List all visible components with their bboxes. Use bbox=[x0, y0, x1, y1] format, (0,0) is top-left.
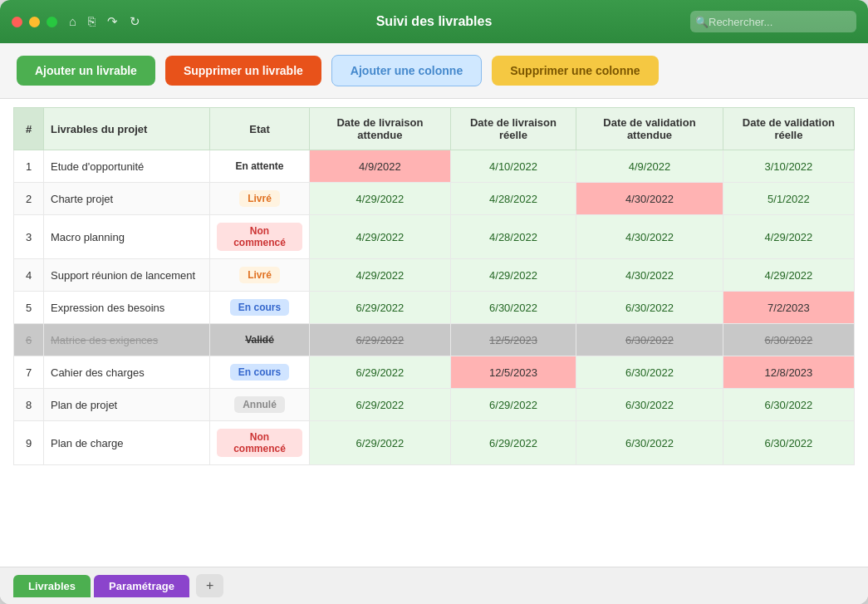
date-cell: 12/8/2023 bbox=[723, 356, 854, 389]
date-value: 6/29/2022 bbox=[356, 399, 404, 411]
date-cell: 4/30/2022 bbox=[576, 215, 723, 259]
row-num: 5 bbox=[14, 292, 44, 324]
date-cell: 4/29/2022 bbox=[310, 183, 451, 215]
date-value: 4/29/2022 bbox=[489, 269, 537, 282]
date-cell: 6/30/2022 bbox=[723, 324, 854, 356]
date-cell: 4/30/2022 bbox=[576, 183, 723, 215]
date-value: 12/8/2023 bbox=[764, 366, 812, 379]
row-livrable-name: Macro planning bbox=[44, 215, 210, 259]
status-badge: Livré bbox=[239, 267, 280, 283]
table-row: 8Plan de projetAnnulé6/29/20226/29/20226… bbox=[14, 389, 855, 421]
status-badge: Non commencé bbox=[217, 429, 302, 457]
date-cell: 5/1/2022 bbox=[723, 183, 854, 215]
date-cell: 7/2/2023 bbox=[723, 292, 854, 324]
date-value: 6/29/2022 bbox=[356, 366, 404, 379]
status-badge: En cours bbox=[230, 364, 289, 381]
livrable-name-text: Etude d'opportunité bbox=[51, 160, 144, 173]
home-icon[interactable]: ⌂ bbox=[69, 14, 76, 29]
row-num: 7 bbox=[14, 356, 44, 389]
table-header-row: # Livrables du projet Etat Date de livra… bbox=[14, 108, 855, 150]
date-cell: 6/29/2022 bbox=[310, 292, 451, 324]
date-cell: 6/30/2022 bbox=[576, 421, 723, 465]
date-cell: 6/30/2022 bbox=[576, 292, 723, 324]
del-col-button[interactable]: Supprimer une colonne bbox=[492, 56, 658, 86]
row-num: 4 bbox=[14, 259, 44, 292]
date-cell: 4/29/2022 bbox=[723, 259, 854, 292]
traffic-lights bbox=[12, 17, 57, 27]
row-livrable-name: Plan de charge bbox=[44, 421, 210, 465]
col-d2: Date de livraison réelle bbox=[450, 108, 576, 150]
col-name: Livrables du projet bbox=[44, 108, 210, 150]
livrable-name-text: Macro planning bbox=[51, 231, 125, 243]
table-row: 6Matrice des exigencesValidé6/29/202212/… bbox=[14, 324, 855, 356]
livrable-name-text: Matrice des exigences bbox=[51, 334, 158, 346]
add-col-button[interactable]: Ajouter une colonne bbox=[331, 55, 482, 86]
date-value: 4/29/2022 bbox=[356, 231, 404, 243]
row-num: 3 bbox=[14, 215, 44, 259]
row-livrable-name: Support réunion de lancement bbox=[44, 259, 210, 292]
date-cell: 6/30/2022 bbox=[723, 389, 854, 421]
table-row: 1Etude d'opportunitéEn attente4/9/20224/… bbox=[14, 150, 855, 183]
maximize-button[interactable] bbox=[47, 17, 57, 27]
status-badge: Annulé bbox=[234, 396, 285, 413]
livrable-name-text: Plan de charge bbox=[51, 437, 123, 449]
forward-icon[interactable]: ↷ bbox=[107, 14, 118, 29]
tab-parametrage[interactable]: Paramétrage bbox=[94, 575, 189, 597]
add-livrable-button[interactable]: Ajouter un livrable bbox=[17, 56, 155, 86]
row-num: 1 bbox=[14, 150, 44, 183]
livrable-name-text: Plan de projet bbox=[51, 399, 117, 411]
date-value: 4/30/2022 bbox=[625, 231, 674, 243]
date-cell: 4/9/2022 bbox=[310, 150, 451, 183]
row-number: 1 bbox=[26, 160, 32, 173]
date-value: 4/29/2022 bbox=[764, 231, 812, 243]
status-badge: Livré bbox=[239, 190, 280, 207]
livrable-name-text: Support réunion de lancement bbox=[51, 269, 195, 282]
date-value: 4/29/2022 bbox=[764, 269, 812, 282]
row-status: En cours bbox=[210, 292, 310, 324]
date-cell: 6/30/2022 bbox=[576, 356, 723, 389]
row-status: Livré bbox=[210, 183, 310, 215]
status-badge: Validé bbox=[237, 331, 282, 348]
row-livrable-name: Matrice des exigences bbox=[44, 324, 210, 356]
date-cell: 6/29/2022 bbox=[310, 324, 451, 356]
date-cell: 6/29/2022 bbox=[450, 421, 576, 465]
date-value: 5/1/2022 bbox=[767, 193, 810, 205]
row-livrable-name: Expression des besoins bbox=[44, 292, 210, 324]
minimize-button[interactable] bbox=[29, 17, 40, 27]
date-cell: 6/29/2022 bbox=[310, 421, 451, 465]
bookmark-icon[interactable]: ⎘ bbox=[88, 14, 96, 29]
row-num: 8 bbox=[14, 389, 44, 421]
tab-livrables[interactable]: Livrables bbox=[13, 575, 91, 597]
add-tab-button[interactable]: + bbox=[196, 574, 223, 597]
date-cell: 12/5/2023 bbox=[450, 324, 576, 356]
titlebar: ⌂ ⎘ ↷ ↻ Suivi des livrables 🔍 bbox=[0, 0, 868, 43]
date-value: 4/9/2022 bbox=[359, 160, 401, 173]
row-status: Non commencé bbox=[210, 421, 310, 465]
livrable-name-text: Charte projet bbox=[51, 193, 113, 205]
table-row: 3Macro planningNon commencé4/29/20224/28… bbox=[14, 215, 855, 259]
row-status: Non commencé bbox=[210, 215, 310, 259]
date-cell: 6/29/2022 bbox=[310, 389, 451, 421]
date-value: 6/30/2022 bbox=[489, 302, 537, 314]
date-value: 6/29/2022 bbox=[489, 437, 537, 449]
date-value: 3/10/2022 bbox=[764, 160, 812, 173]
del-livrable-button[interactable]: Supprimer un livrable bbox=[165, 56, 321, 86]
row-livrable-name: Charte projet bbox=[44, 183, 210, 215]
refresh-icon[interactable]: ↻ bbox=[130, 14, 140, 29]
row-num: 2 bbox=[14, 183, 44, 215]
table-row: 9Plan de chargeNon commencé6/29/20226/29… bbox=[14, 421, 855, 465]
date-value: 6/30/2022 bbox=[625, 399, 674, 411]
date-value: 6/30/2022 bbox=[764, 399, 812, 411]
bottombar: Livrables Paramétrage + bbox=[0, 567, 868, 604]
date-cell: 4/10/2022 bbox=[450, 150, 576, 183]
table-row: 5Expression des besoinsEn cours6/29/2022… bbox=[14, 292, 855, 324]
date-cell: 4/9/2022 bbox=[576, 150, 723, 183]
search-input[interactable] bbox=[690, 11, 856, 32]
date-cell: 4/29/2022 bbox=[450, 259, 576, 292]
date-cell: 4/28/2022 bbox=[450, 215, 576, 259]
date-value: 4/30/2022 bbox=[625, 269, 674, 282]
col-d4: Date de validation réelle bbox=[723, 108, 854, 150]
close-button[interactable] bbox=[12, 17, 22, 27]
date-value: 6/29/2022 bbox=[356, 437, 404, 449]
date-value: 4/9/2022 bbox=[629, 160, 671, 173]
